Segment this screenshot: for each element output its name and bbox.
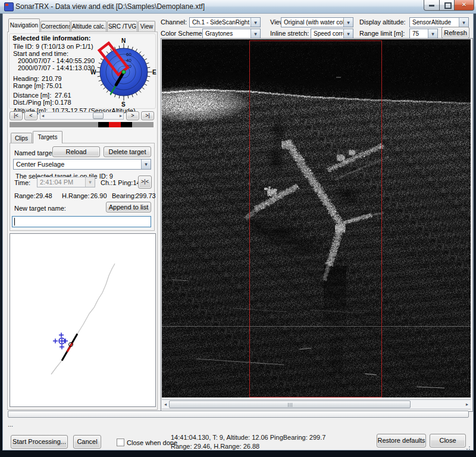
range-limit-label: Range limit [m]: (359, 30, 405, 37)
display-altitude-label: Display altitude: (359, 18, 406, 26)
titlebar[interactable]: SonarTRX - Data view and edit [D:\Sample… (0, 0, 476, 14)
compass-east-label: E (152, 69, 156, 76)
refresh-button[interactable]: Refresh (441, 27, 469, 39)
first-tile-button[interactable]: |< (10, 111, 23, 120)
application-window: SonarTRX - Data view and edit [D:\Sample… (0, 0, 476, 457)
channel-select[interactable]: Ch.1 - SideScanRight ▾ (189, 17, 261, 27)
close-window-button[interactable]: ✕ (454, 0, 474, 11)
compass-widget: 60 40 20 N E S W (90, 36, 157, 108)
track-map-panel[interactable] (10, 233, 156, 407)
target-hrange-label: H.Range: (62, 192, 89, 199)
tab-navigation[interactable]: Navigation (8, 18, 40, 32)
prev-tile-button[interactable]: < (24, 111, 37, 120)
tab-view[interactable]: View (138, 21, 155, 32)
close-button[interactable]: Close (430, 434, 466, 447)
sonar-h-scrollbar[interactable]: ◂ ▸ (162, 399, 471, 409)
target-bearing-value: 299.73 (136, 192, 156, 199)
compass-north-label: N (121, 37, 126, 44)
sonar-h-scrollbar-thumb[interactable] (169, 400, 411, 408)
selected-ping-track (67, 343, 73, 352)
minimize-icon (429, 5, 434, 7)
sonar-scroll-left-icon[interactable]: ◂ (164, 402, 167, 407)
last-tile-button[interactable]: >| (141, 111, 154, 120)
compass-ring-40: 40 (126, 58, 131, 63)
color-scheme-label: Color Scheme: (161, 30, 204, 37)
time-end-value: 2000/07/07 - 14:41:13.030 (18, 64, 95, 71)
color-scheme-value: Graytones (205, 30, 233, 37)
target-select[interactable]: Center Fuselage ▾ (13, 159, 151, 170)
tab-corrections[interactable]: Corrections (40, 21, 70, 32)
compass-center-dot (122, 70, 126, 74)
close-icon: ✕ (455, 1, 474, 8)
center-on-target-button[interactable]: >|< (138, 176, 152, 189)
tab-clips[interactable]: Clips (11, 133, 32, 143)
track-map (10, 234, 155, 406)
tile-scrollbar-thumb[interactable] (93, 112, 104, 119)
compass-west-label: W (90, 69, 96, 76)
tile-scrollbar[interactable]: ◂ ▸ (40, 112, 124, 120)
maximize-icon (444, 2, 452, 9)
minimize-button[interactable] (424, 0, 440, 11)
close-when-done-checkbox[interactable] (117, 439, 124, 446)
display-altitude-value: SensorAltitude (412, 19, 451, 26)
target-range-value: 29.48 (36, 192, 52, 199)
status-ellipsis: ... (8, 421, 13, 428)
distance-label: Distance [m]: (13, 92, 51, 99)
heading-value: 210.79 (42, 75, 62, 82)
target-bearing-label: Bearing: (112, 192, 136, 199)
chevron-down-icon: ▾ (347, 31, 350, 37)
compass-south-label: S (121, 101, 126, 108)
target-hrange-value: 26.90 (90, 192, 107, 199)
named-target-label: Named target: (14, 149, 56, 156)
append-to-list-button[interactable]: Append to list (106, 202, 151, 212)
progress-bar (8, 411, 469, 418)
status-line-2: Range: 29.46, H.Range: 26.88 (171, 443, 259, 450)
time-label: Time: (14, 179, 30, 186)
tab-src-tvg[interactable]: SRC /TVG (107, 21, 137, 32)
display-altitude-select[interactable]: SensorAltitude ▾ (409, 17, 469, 27)
time-start-value: 2000/07/07 - 14:40:55.290 (18, 57, 95, 64)
text-caret (14, 218, 15, 226)
sonar-viewer-panel: ◂ ▸ (161, 38, 473, 412)
dist-ping-label: Dist./Ping [m]: (13, 99, 54, 106)
next-tile-button[interactable]: > (126, 111, 139, 120)
target-range-label: Range: (14, 192, 35, 199)
chevron-down-icon: ▾ (145, 161, 148, 167)
close-when-done-label: Close when done (127, 439, 177, 446)
maximize-button[interactable] (439, 0, 455, 11)
inline-stretch-label: Inline stretch: (270, 30, 309, 37)
new-target-input[interactable] (12, 216, 151, 227)
restore-defaults-button[interactable]: Restore defaults (377, 434, 426, 447)
compass-ring-60: 60 (126, 52, 131, 57)
new-target-label: New target name: (14, 205, 66, 212)
cancel-button[interactable]: Cancel (73, 435, 101, 449)
sonar-scroll-right-icon[interactable]: ▸ (466, 402, 468, 407)
range-limit-select[interactable]: 75 ▾ (409, 29, 438, 39)
sonar-image[interactable] (162, 39, 471, 397)
tile-scroll-right-icon[interactable]: ▸ (120, 113, 122, 118)
target-select-drop[interactable]: ▾ (141, 159, 151, 169)
reload-button[interactable]: Reload (52, 146, 100, 157)
tab-targets[interactable]: Targets (33, 131, 62, 143)
tile-position-adjacent-right (121, 122, 132, 127)
tile-position-adjacent-left (98, 122, 109, 127)
distance-value: 27.61 (55, 92, 71, 99)
tab-altitude-calc[interactable]: Altitude calc. (71, 21, 107, 32)
survey-track-line (51, 264, 115, 374)
range-label: Range [m]: (13, 82, 45, 89)
target-markers (53, 333, 68, 349)
target-time-drop: ▾ (85, 177, 95, 187)
color-scheme-select[interactable]: Graytones ▾ (202, 29, 261, 39)
tile-scroll-left-icon[interactable]: ◂ (42, 113, 44, 118)
dist-ping-value: 0.178 (55, 99, 71, 106)
target-time-picker[interactable]: 2:41:04 PM ▾ (37, 177, 95, 187)
target-select-value: Center Fuselage (16, 161, 64, 168)
start-processing-button[interactable]: Start Processing... (11, 435, 68, 449)
inline-stretch-select[interactable]: Speed corrected ▾ (311, 29, 353, 39)
view-select[interactable]: Original (with water column) ▾ (281, 17, 353, 27)
tile-position-bar (10, 122, 154, 127)
range-value: 75.01 (46, 82, 62, 89)
chevron-down-icon: ▾ (462, 20, 465, 26)
delete-target-button[interactable]: Delete target (104, 146, 151, 157)
window-title: SonarTRX - Data view and edit [D:\Sample… (15, 2, 205, 11)
